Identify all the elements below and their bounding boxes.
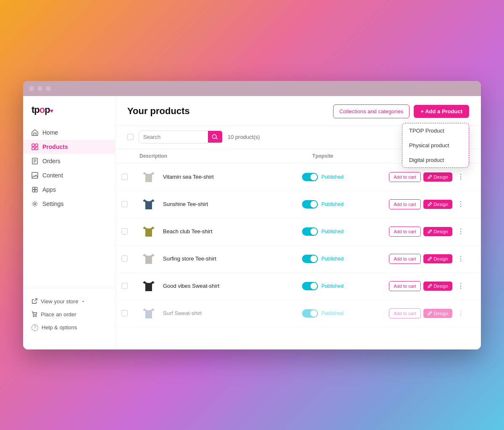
row-checkbox[interactable] — [121, 174, 128, 180]
product-thumbnail-icon — [141, 306, 156, 321]
search-button[interactable] — [208, 131, 222, 143]
product-tpopsite-cell: Published — [271, 163, 375, 190]
published-toggle[interactable] — [302, 255, 318, 263]
table-row: Good vibes Sweat-shirt Published Add to … — [116, 272, 481, 300]
row-checkbox[interactable] — [121, 228, 128, 235]
row-checkbox[interactable] — [121, 283, 128, 289]
add-product-button[interactable]: + Add a Product — [414, 105, 469, 118]
search-icon — [212, 134, 218, 140]
design-button[interactable]: Design — [423, 200, 452, 209]
svg-point-11 — [32, 190, 35, 192]
sidebar-label-orders: Orders — [42, 158, 60, 164]
search-input[interactable] — [139, 131, 208, 143]
design-button[interactable]: Design — [423, 227, 452, 236]
toggle-wrap: Published — [277, 255, 369, 263]
dropdown-item-physical[interactable]: Physical product — [402, 138, 469, 153]
cart-icon — [32, 311, 37, 317]
sidebar-label-settings: Settings — [42, 201, 64, 207]
toggle-wrap: Published — [277, 282, 369, 290]
products-table: Description Tpopsite Edit Vitamin sea Te… — [116, 149, 481, 327]
add-to-cart-button[interactable]: Add to cart — [389, 254, 420, 264]
design-button[interactable]: Design — [423, 281, 452, 291]
add-to-cart-button[interactable]: Add to cart — [389, 281, 420, 291]
table-row: Surf Sweat-shirt Published Add to cart D… — [116, 300, 481, 327]
product-description-cell: Surf Sweat-shirt — [134, 300, 271, 327]
edit-actions: Add to cart Design ⋮ — [381, 227, 475, 237]
published-toggle[interactable] — [302, 200, 318, 208]
select-all-checkbox[interactable] — [127, 134, 134, 140]
table-body: Vitamin sea Tee-shirt Published Add to c… — [116, 163, 481, 327]
row-checkbox[interactable] — [121, 310, 128, 316]
sidebar-item-apps[interactable]: Apps — [23, 182, 115, 197]
status-badge: Published — [321, 229, 344, 235]
published-toggle[interactable] — [302, 282, 318, 290]
more-options-button[interactable]: ⋮ — [455, 172, 467, 182]
product-thumbnail-icon — [141, 224, 156, 239]
more-options-button[interactable]: ⋮ — [455, 227, 467, 237]
product-info: Sunshine Tee-shirt — [139, 195, 265, 214]
more-options-button[interactable]: ⋮ — [455, 281, 467, 291]
design-button[interactable]: Design — [423, 309, 452, 318]
add-to-cart-button[interactable]: Add to cart — [389, 227, 420, 237]
product-info: Beach club Tee-shirt — [139, 222, 265, 241]
sidebar-label-content: Content — [42, 172, 63, 179]
svg-rect-1 — [35, 144, 38, 146]
view-store-action[interactable]: View your store • — [32, 295, 107, 308]
more-options-button[interactable]: ⋮ — [455, 254, 467, 264]
collections-button[interactable]: Collections and categories — [333, 104, 410, 118]
edit-icon — [428, 256, 432, 261]
edit-icon — [428, 202, 432, 206]
product-edit-cell: Add to cart Design ⋮ — [375, 218, 481, 245]
design-button[interactable]: Design — [423, 254, 452, 263]
product-thumbnail — [139, 304, 158, 323]
more-options-button[interactable]: ⋮ — [455, 199, 467, 209]
sidebar-item-settings[interactable]: Settings — [23, 197, 115, 211]
content-icon — [32, 172, 38, 179]
product-name: Sunshine Tee-shirt — [163, 201, 208, 207]
add-to-cart-button[interactable]: Add to cart — [389, 308, 420, 318]
th-checkbox — [116, 149, 134, 164]
product-tpopsite-cell: Published — [271, 245, 375, 272]
product-thumbnail — [139, 168, 158, 186]
search-wrap — [139, 130, 223, 143]
sidebar-item-home[interactable]: Home — [23, 125, 115, 140]
help-icon: ? — [32, 324, 38, 331]
sidebar-item-orders[interactable]: Orders — [23, 154, 115, 168]
sidebar: tpop♥ Home — [23, 96, 116, 349]
published-toggle[interactable] — [302, 309, 318, 318]
sidebar-item-products[interactable]: Products — [23, 140, 115, 154]
logo-accent: o — [39, 104, 45, 115]
settings-icon — [32, 201, 38, 207]
help-label: Help & options — [42, 324, 77, 331]
product-info: Surfing store Tee-shirt — [139, 250, 265, 268]
row-checkbox-cell — [116, 163, 134, 190]
published-toggle[interactable] — [302, 227, 318, 236]
help-action[interactable]: ? Help & options — [32, 321, 107, 334]
dropdown-item-digital[interactable]: Digital product — [402, 153, 469, 167]
product-info: Good vibes Sweat-shirt — [139, 277, 265, 295]
add-to-cart-button[interactable]: Add to cart — [389, 199, 420, 209]
add-to-cart-button[interactable]: Add to cart — [389, 172, 420, 182]
row-checkbox[interactable] — [121, 201, 128, 207]
more-options-button[interactable]: ⋮ — [455, 308, 467, 318]
svg-point-15 — [35, 315, 37, 317]
header-actions: Collections and categories + Add a Produ… — [333, 104, 469, 118]
published-toggle[interactable] — [302, 173, 318, 181]
table-wrap: Description Tpopsite Edit Vitamin sea Te… — [116, 149, 481, 349]
product-thumbnail — [139, 222, 158, 241]
product-tpopsite-cell: Published — [271, 272, 375, 300]
page-title: Your products — [127, 106, 190, 117]
product-tpopsite-cell: Published — [271, 218, 375, 245]
place-order-action[interactable]: Place an order — [32, 308, 107, 321]
design-button[interactable]: Design — [423, 172, 452, 182]
titlebar-dot-1 — [29, 86, 34, 91]
edit-icon — [428, 311, 432, 315]
sidebar-item-content[interactable]: Content — [23, 168, 115, 182]
row-checkbox[interactable] — [121, 255, 128, 262]
home-icon — [32, 129, 38, 136]
product-name: Good vibes Sweat-shirt — [163, 283, 219, 289]
row-checkbox-cell — [116, 300, 134, 327]
dropdown-item-tpop[interactable]: TPOP Product — [402, 123, 469, 138]
place-order-label: Place an order — [41, 311, 76, 318]
edit-icon — [428, 284, 432, 288]
